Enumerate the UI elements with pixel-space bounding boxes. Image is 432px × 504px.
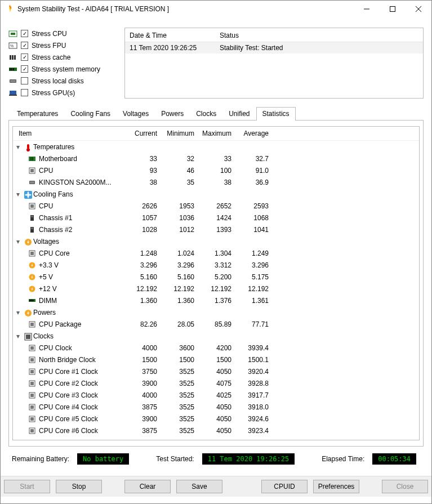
stats-group[interactable]: ▾Clocks xyxy=(13,330,419,342)
stress-option[interactable]: Stress local disks xyxy=(8,75,119,87)
tab-statistics[interactable]: Statistics xyxy=(256,107,296,121)
svg-rect-33 xyxy=(31,216,33,217)
checkbox-icon[interactable] xyxy=(21,77,28,84)
stats-minimum: 32 xyxy=(163,155,200,163)
stats-row[interactable]: Chassis #11057103614241068 xyxy=(13,212,419,224)
tab-cooling-fans[interactable]: Cooling Fans xyxy=(64,107,117,121)
stats-row[interactable]: CPU Core #5 Clock3900352540503924.6 xyxy=(13,413,419,425)
tab-temperatures[interactable]: Temperatures xyxy=(11,107,64,121)
svg-rect-19 xyxy=(27,144,29,149)
minimize-button[interactable] xyxy=(354,1,380,17)
svg-rect-17 xyxy=(10,91,16,95)
stats-current: 2626 xyxy=(126,202,163,210)
stats-item-name: CPU xyxy=(39,167,53,175)
stats-item-name: North Bridge Clock xyxy=(39,356,96,364)
stats-item-name: CPU xyxy=(39,202,53,210)
collapse-icon[interactable]: ▾ xyxy=(16,439,22,441)
tab-powers[interactable]: Powers xyxy=(155,107,190,121)
stats-minimum: 46 xyxy=(163,167,200,175)
svg-rect-8 xyxy=(10,55,11,60)
checkbox-icon[interactable] xyxy=(21,65,28,73)
fan-icon xyxy=(24,191,31,198)
stress-option[interactable]: Stress system memory xyxy=(8,63,119,75)
stress-option-label: Stress local disks xyxy=(32,77,84,85)
stats-group[interactable]: ▾Powers xyxy=(13,306,419,318)
stats-row[interactable]: DIMM1.3601.3601.3761.361 xyxy=(13,295,419,306)
stats-row[interactable]: CPU Package82.2628.0585.8977.71 xyxy=(13,318,419,330)
svg-rect-12 xyxy=(10,68,11,70)
checkbox-icon[interactable] xyxy=(21,30,28,37)
maximize-button[interactable] xyxy=(380,1,406,17)
stress-option[interactable]: %Stress FPU xyxy=(8,39,119,51)
close-dialog-button[interactable]: Close xyxy=(382,480,428,493)
stats-row[interactable]: Motherboard33323332.7 xyxy=(13,153,419,164)
preferences-button[interactable]: Preferences xyxy=(313,480,359,493)
stats-group[interactable]: ▾CPU xyxy=(13,436,419,440)
checkbox-icon[interactable] xyxy=(21,89,28,96)
stats-item-name: CPU Core #3 Clock xyxy=(39,391,98,399)
volt-icon xyxy=(24,309,31,316)
stats-minimum: 12.192 xyxy=(163,285,200,293)
stats-row[interactable]: CPU Core1.2481.0241.3041.249 xyxy=(13,247,419,259)
svg-rect-46 xyxy=(33,300,34,301)
stress-option[interactable]: Stress cache xyxy=(8,51,119,63)
stats-row[interactable]: CPU Clock4000360042003939.4 xyxy=(13,342,419,354)
collapse-icon[interactable]: ▾ xyxy=(16,143,22,151)
stats-row[interactable]: North Bridge Clock1500150015001500.1 xyxy=(13,354,419,365)
tab-unified[interactable]: Unified xyxy=(222,107,256,121)
stats-maximum: 38 xyxy=(200,179,237,186)
stats-current: 38 xyxy=(126,179,163,186)
stats-row[interactable]: CPU Core #1 Clock3750352540503920.4 xyxy=(13,365,419,377)
checkbox-icon[interactable] xyxy=(21,53,28,61)
stats-average: 3924.6 xyxy=(237,415,274,423)
stress-option[interactable]: Stress GPU(s) xyxy=(8,87,119,99)
stats-row[interactable]: CPU2626195326522593 xyxy=(13,200,419,212)
stats-group[interactable]: ▾Temperatures xyxy=(13,141,419,153)
test-started-label: Test Started: xyxy=(156,455,194,463)
collapse-icon[interactable]: ▾ xyxy=(16,238,22,246)
stats-row[interactable]: Chassis #21028101213931041 xyxy=(13,224,419,235)
stats-row[interactable]: CPU Core #2 Clock3900352540753928.8 xyxy=(13,377,419,389)
stats-item-name: CPU Package xyxy=(39,320,81,328)
stats-row[interactable]: CPU Core #6 Clock3875352540503923.4 xyxy=(13,425,419,436)
stats-row[interactable]: +3.3 V3.2963.2963.3123.296 xyxy=(13,259,419,271)
stats-row[interactable]: KINGSTON SA2000M...38353836.9 xyxy=(13,176,419,188)
statistics-table: Item Current Minimum Maximum Average ▾Te… xyxy=(12,126,420,440)
close-button[interactable] xyxy=(406,1,431,17)
save-button[interactable]: Save xyxy=(176,480,222,493)
stats-group[interactable]: ▾Voltages xyxy=(13,235,419,247)
stats-average: 2593 xyxy=(237,202,274,210)
tab-voltages[interactable]: Voltages xyxy=(117,107,155,121)
stress-options: Stress CPU%Stress FPUStress cacheStress … xyxy=(8,28,119,99)
svg-rect-68 xyxy=(25,440,31,441)
log-row[interactable]: 11 Tem 2020 19:26:25 Stability Test: Sta… xyxy=(125,42,423,53)
checkbox-icon[interactable] xyxy=(21,42,28,49)
stats-average: 5.175 xyxy=(237,273,274,281)
tab-clocks[interactable]: Clocks xyxy=(190,107,222,121)
stats-row[interactable]: +12 V12.19212.19212.19212.192 xyxy=(13,283,419,295)
stats-row[interactable]: +5 V5.1605.1605.2005.175 xyxy=(13,271,419,283)
start-button[interactable]: Start xyxy=(4,480,50,493)
collapse-icon[interactable]: ▾ xyxy=(16,332,22,340)
col-header-minimum: Minimum xyxy=(163,130,200,137)
svg-rect-22 xyxy=(30,157,32,160)
stats-group-label: Powers xyxy=(33,309,56,316)
clear-button[interactable]: Clear xyxy=(124,480,171,493)
stats-row[interactable]: CPU Core #3 Clock4000352540253917.7 xyxy=(13,389,419,401)
stats-row[interactable]: CPU934610091.0 xyxy=(13,164,419,176)
stats-item-name: CPU Core #4 Clock xyxy=(39,403,98,411)
log-cell-status: Stability Test: Started xyxy=(220,44,418,52)
stress-option[interactable]: Stress CPU xyxy=(8,28,119,39)
stats-average: 3918.0 xyxy=(237,403,274,411)
stop-button[interactable]: Stop xyxy=(56,480,102,493)
stats-average: 1.361 xyxy=(237,297,274,305)
stats-group[interactable]: ▾Cooling Fans xyxy=(13,188,419,200)
device-icon: % xyxy=(8,42,17,49)
stats-row[interactable]: CPU Core #4 Clock3875352540503918.0 xyxy=(13,401,419,413)
cpuid-button[interactable]: CPUID xyxy=(261,480,308,493)
svg-rect-1 xyxy=(390,7,395,12)
collapse-icon[interactable]: ▾ xyxy=(16,190,22,198)
stats-maximum: 2652 xyxy=(200,202,237,210)
stats-item-name: +5 V xyxy=(39,273,53,281)
collapse-icon[interactable]: ▾ xyxy=(16,309,22,316)
